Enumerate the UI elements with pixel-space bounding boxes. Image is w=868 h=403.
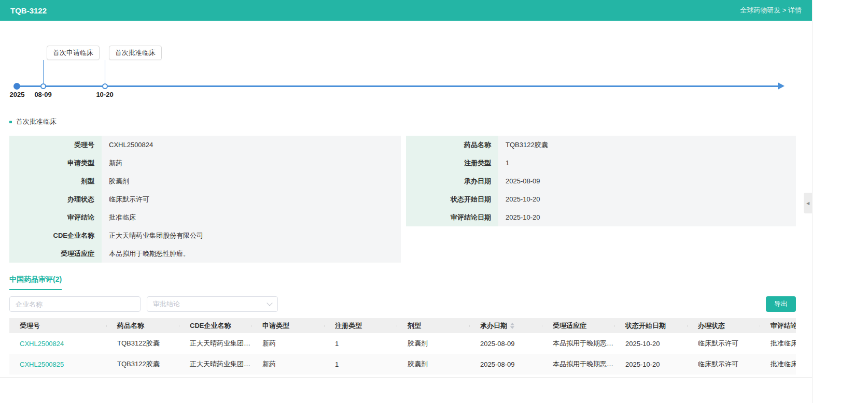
detail-value: 新药 (102, 154, 401, 172)
table-cell: 胶囊剂 (397, 359, 470, 369)
column-header: 状态开始日期 (615, 321, 688, 330)
table-cell: 2025-10-20 (615, 361, 688, 368)
detail-value: 本品拟用于晚期恶性肿瘤。 (102, 244, 401, 263)
table-row: CXHL2500824 TQB3122胶囊 正大天晴药业集团… 新药 1 胶囊剂… (9, 333, 796, 354)
timeline-event-label[interactable]: 首次申请临床 (47, 46, 100, 60)
filter-bar: 审批结论 导出 (9, 296, 796, 312)
acceptance-number-link[interactable]: CXHL2500825 (9, 361, 107, 368)
table-cell: 新药 (252, 339, 325, 348)
right-panel (812, 0, 868, 403)
table-cell: 临床默示许可 (688, 339, 760, 348)
timeline-event-stem (105, 60, 105, 86)
table-cell: 正大天晴药业集团… (179, 359, 252, 369)
column-header: 剂型 (397, 321, 470, 330)
select-placeholder: 审批结论 (153, 299, 180, 309)
detail-value: 2025-10-20 (498, 208, 796, 226)
column-header: 审评结论 (760, 321, 796, 330)
detail-value: 胶囊剂 (102, 172, 401, 190)
table-cell: 胶囊剂 (397, 339, 470, 348)
detail-label: 受理适应症 (9, 244, 102, 263)
collapse-panel-button[interactable]: ◀ (804, 193, 812, 213)
column-header: 办理状态 (688, 321, 760, 330)
detail-label: 办理状态 (9, 190, 102, 208)
collapse-panel-icon: ◀ (806, 201, 809, 206)
approval-conclusion-select[interactable]: 审批结论 (147, 296, 278, 312)
column-header: 受理号 (9, 321, 107, 330)
timeline-start-dot (13, 83, 20, 90)
bottom-divider (0, 377, 812, 378)
detail-value: 2025-10-20 (498, 190, 796, 208)
detail-value: 1 (498, 154, 796, 172)
timeline-event-stem (43, 60, 44, 86)
table-header-row: 受理号 药品名称 CDE企业名称 申请类型 注册类型 剂型 承办日期 受理适应症… (9, 318, 796, 333)
timeline-event-node[interactable] (40, 83, 46, 89)
export-button[interactable]: 导出 (766, 296, 796, 312)
table-cell: 新药 (252, 359, 325, 369)
column-header-sortable: 承办日期 (470, 321, 542, 330)
detail-label: 剂型 (9, 172, 102, 190)
chevron-down-icon (267, 300, 272, 306)
table-row: CXHL2500825 TQB3122胶囊 正大天晴药业集团… 新药 1 胶囊剂… (9, 354, 796, 375)
acceptance-number-link[interactable]: CXHL2500824 (9, 340, 107, 348)
detail-label: 药品名称 (406, 136, 498, 154)
detail-label: 申请类型 (9, 154, 102, 172)
timeline-event-date: 10-20 (93, 91, 116, 98)
main-content: 2025 首次申请临床 08-09 首次批准临床 10-20 首次批准临床 受理… (0, 21, 812, 375)
detail-label: 承办日期 (406, 172, 498, 190)
sort-icon[interactable] (510, 323, 514, 329)
table-cell: 1 (325, 340, 397, 348)
section-title: 首次批准临床 (9, 117, 796, 126)
timeline-event-node[interactable] (102, 83, 108, 89)
timeline-axis-line (17, 85, 779, 87)
detail-label: 审评结论 (9, 208, 102, 226)
top-header: TQB-3122 全球药物研发 > 详情 (0, 0, 812, 21)
timeline-event-date: 08-09 (32, 91, 54, 98)
detail-value: TQB3122胶囊 (498, 136, 796, 154)
tab-china-drug-review[interactable]: 中国药品审评(2) (9, 275, 62, 290)
detail-label: 审评结论日期 (406, 208, 498, 226)
column-header-label: 承办日期 (480, 321, 507, 330)
column-header: 药品名称 (107, 321, 179, 330)
table-cell: 1 (325, 361, 397, 368)
breadcrumb[interactable]: 全球药物研发 > 详情 (740, 6, 802, 15)
table-cell: 本品拟用于晚期恶… (542, 339, 615, 348)
detail-value: CXHL2500824 (102, 136, 401, 154)
detail-label: CDE企业名称 (9, 226, 102, 244)
table-cell: TQB3122胶囊 (107, 359, 179, 369)
timeline-event-label[interactable]: 首次批准临床 (109, 46, 162, 60)
table-cell: 本品拟用于晚期恶… (542, 359, 615, 369)
bullet-icon (9, 121, 12, 123)
timeline: 2025 首次申请临床 08-09 首次批准临床 10-20 (9, 21, 796, 104)
table-cell: 2025-08-09 (470, 361, 542, 368)
column-header: CDE企业名称 (179, 321, 252, 330)
tab-bar: 中国药品审评(2) (9, 275, 796, 290)
table-cell: 正大天晴药业集团… (179, 339, 252, 348)
timeline-arrow-icon (778, 82, 785, 90)
detail-label: 受理号 (9, 136, 102, 154)
detail-group-right: 药品名称 TQB3122胶囊 注册类型 1 承办日期 2025-08-09 状态… (406, 136, 796, 226)
column-header: 申请类型 (252, 321, 325, 330)
column-header: 注册类型 (325, 321, 397, 330)
detail-value: 正大天晴药业集团股份有限公司 (102, 226, 401, 244)
company-name-input[interactable] (9, 296, 141, 312)
page-title: TQB-3122 (10, 6, 47, 15)
column-header: 受理适应症 (542, 321, 615, 330)
timeline-start-year: 2025 (6, 91, 29, 98)
table-cell: 2025-08-09 (470, 340, 542, 348)
detail-value: 2025-08-09 (498, 172, 796, 190)
table-cell: 临床默示许可 (688, 359, 760, 369)
review-table: 受理号 药品名称 CDE企业名称 申请类型 注册类型 剂型 承办日期 受理适应症… (9, 318, 796, 375)
detail-label: 注册类型 (406, 154, 498, 172)
table-cell: 批准临床 (760, 339, 796, 348)
detail-group-left: 受理号 CXHL2500824 申请类型 新药 剂型 胶囊剂 办理状态 临床默示… (9, 136, 401, 263)
table-cell: 批准临床 (760, 359, 796, 369)
detail-panel: 受理号 CXHL2500824 申请类型 新药 剂型 胶囊剂 办理状态 临床默示… (9, 136, 796, 263)
detail-label: 状态开始日期 (406, 190, 498, 208)
table-cell: TQB3122胶囊 (107, 339, 179, 348)
section-title-text: 首次批准临床 (16, 117, 57, 126)
detail-value: 临床默示许可 (102, 190, 401, 208)
table-cell: 2025-10-20 (615, 340, 688, 348)
detail-value: 批准临床 (102, 208, 401, 226)
